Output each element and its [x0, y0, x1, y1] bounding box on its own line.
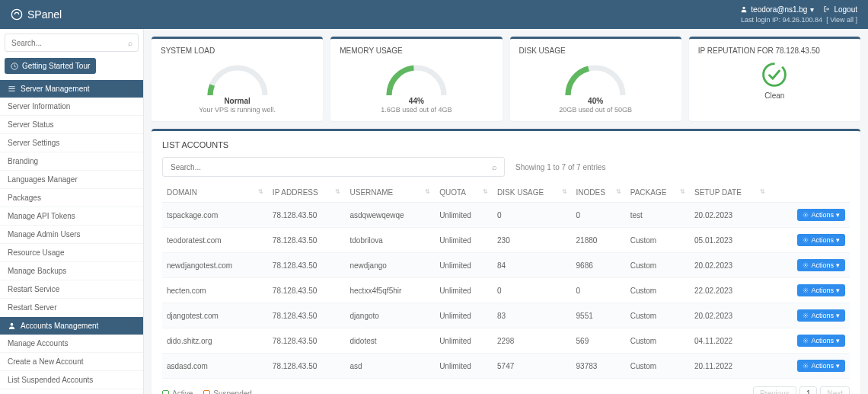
actions-button[interactable]: Actions▾ [797, 284, 845, 296]
spanel-logo-icon [11, 8, 23, 21]
column-header[interactable]: INODES⇅ [572, 183, 626, 203]
chevron-down-icon: ▾ [836, 261, 840, 269]
accounts-table: DOMAIN⇅IP ADDRESS⇅USERNAME⇅QUOTA⇅DISK US… [162, 183, 850, 379]
user-menu[interactable]: teodora@ns1.bg ▾ [740, 5, 814, 14]
cell-domain: hecten.com [162, 278, 268, 303]
logout-button[interactable]: Logout [823, 5, 857, 14]
column-header[interactable]: SETUP DATE⇅ [690, 183, 770, 203]
table-row: newdjangotest.com78.128.43.50newdjangoUn… [162, 253, 850, 278]
sort-icon: ⇅ [335, 188, 340, 195]
nav-item[interactable]: Manage Accounts [0, 335, 143, 353]
actions-button[interactable]: Actions▾ [797, 259, 845, 271]
user-icon [740, 5, 748, 13]
cell-domain: teodoratest.com [162, 228, 268, 253]
sort-icon: ⇅ [258, 188, 263, 195]
cell-disk: 5747 [493, 354, 571, 379]
nav-item[interactable]: Server Information [0, 98, 143, 116]
svg-point-9 [805, 315, 806, 316]
nav-item[interactable]: Restart Service [0, 280, 143, 299]
nav-section-header[interactable]: Server Management [0, 80, 143, 98]
actions-button[interactable]: Actions▾ [797, 234, 845, 246]
cell-inodes: 0 [572, 278, 626, 303]
getting-started-tour-button[interactable]: Getting Started Tour [5, 58, 96, 74]
nav-item[interactable]: Terminate Accounts [0, 389, 143, 394]
actions-button[interactable]: Actions▾ [797, 335, 845, 347]
cell-ip: 78.128.43.50 [268, 253, 346, 278]
column-header[interactable]: IP ADDRESS⇅ [268, 183, 346, 203]
column-header[interactable]: QUOTA⇅ [435, 183, 493, 203]
gear-icon [803, 212, 809, 218]
cell-disk: 0 [493, 203, 571, 228]
check-circle-icon [761, 61, 788, 88]
column-header[interactable]: DISK USAGE⇅ [493, 183, 571, 203]
cell-domain: dido.shitz.org [162, 328, 268, 354]
nav-item[interactable]: Branding [0, 152, 143, 171]
cell-disk: 0 [493, 278, 571, 303]
cell-date: 22.02.2023 [690, 278, 770, 303]
prev-page-button[interactable]: Previous [753, 386, 796, 394]
nav-item[interactable]: Restart Server [0, 299, 143, 317]
gauge-disk [561, 61, 630, 95]
column-header[interactable]: USERNAME⇅ [345, 183, 435, 203]
column-header[interactable]: PACKAGE⇅ [626, 183, 690, 203]
gauge-memory [382, 61, 451, 95]
nav-item[interactable]: Manage Backups [0, 262, 143, 280]
svg-point-5 [805, 214, 806, 216]
cell-user: djangoto [345, 303, 435, 328]
cell-disk: 84 [493, 253, 571, 278]
nav-item[interactable]: Languages Manager [0, 171, 143, 189]
nav-item[interactable]: Server Settings [0, 134, 143, 152]
cell-pkg: Custom [626, 228, 690, 253]
svg-point-7 [805, 264, 806, 266]
nav-item[interactable]: Resource Usage [0, 244, 143, 262]
nav-item[interactable]: List Suspended Accounts [0, 371, 143, 389]
nav-item[interactable]: Manage Admin Users [0, 226, 143, 244]
cell-user: didotest [345, 328, 435, 354]
nav-item[interactable]: Manage API Tokens [0, 207, 143, 226]
cell-date: 20.11.2022 [690, 354, 770, 379]
cell-quota: Unlimited [435, 354, 493, 379]
svg-point-6 [805, 239, 806, 241]
cell-disk: 2298 [493, 328, 571, 354]
nav-item[interactable]: Create a New Account [0, 353, 143, 371]
compass-icon [11, 62, 18, 70]
nav-item[interactable]: Server Status [0, 116, 143, 134]
cell-pkg: Custom [626, 278, 690, 303]
cell-pkg: Custom [626, 253, 690, 278]
column-header[interactable] [770, 183, 850, 203]
svg-point-4 [761, 61, 788, 88]
column-header[interactable]: DOMAIN⇅ [162, 183, 268, 203]
brand-logo[interactable]: SPanel [11, 8, 62, 21]
page-1-button[interactable]: 1 [799, 386, 818, 394]
svg-point-8 [805, 290, 806, 291]
chevron-down-icon: ▾ [836, 236, 840, 244]
gear-icon [803, 262, 809, 268]
cell-quota: Unlimited [435, 278, 493, 303]
cell-disk: 83 [493, 303, 571, 328]
nav-item[interactable]: Packages [0, 189, 143, 207]
last-login-info: Last login IP: 94.26.100.84 [ View all ] [740, 16, 857, 25]
table-search-input[interactable] [162, 157, 505, 177]
cell-date: 20.02.2023 [690, 203, 770, 228]
actions-button[interactable]: Actions▾ [797, 209, 845, 221]
cell-ip: 78.128.43.50 [268, 354, 346, 379]
chevron-down-icon: ▾ [836, 287, 840, 294]
svg-point-11 [805, 365, 806, 367]
cell-quota: Unlimited [435, 303, 493, 328]
actions-button[interactable]: Actions▾ [797, 360, 845, 372]
sidebar-search-input[interactable] [5, 34, 139, 52]
brand-name: SPanel [27, 8, 62, 21]
section-icon [8, 322, 16, 330]
section-icon [8, 85, 16, 93]
view-all-link[interactable]: [ View all ] [826, 16, 857, 24]
cell-user: hectxx4f5qf5hir [345, 278, 435, 303]
nav-section-header[interactable]: Accounts Management [0, 317, 143, 335]
chevron-down-icon: ▾ [810, 5, 814, 14]
sort-icon: ⇅ [760, 188, 765, 195]
next-page-button[interactable]: Next [820, 386, 850, 394]
memory-usage-card: MEMORY USAGE 44% 1.6GB used out of 4GB [330, 37, 502, 121]
cell-inodes: 569 [572, 328, 626, 354]
gear-icon [803, 287, 809, 293]
actions-button[interactable]: Actions▾ [797, 309, 845, 322]
svg-point-3 [11, 323, 14, 326]
